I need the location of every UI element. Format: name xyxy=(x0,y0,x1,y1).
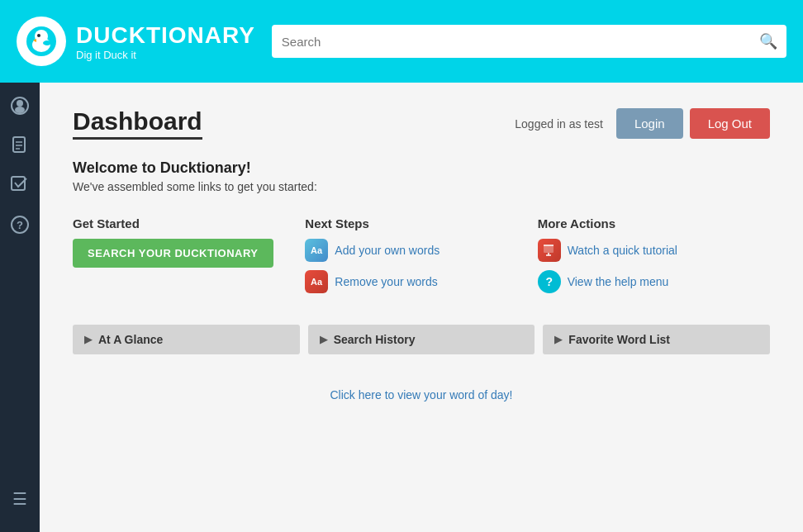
header: DUCKTIONARY Dig it Duck it 🔍 xyxy=(0,0,803,83)
svg-rect-18 xyxy=(544,245,554,253)
sidebar-item-help[interactable]: ? xyxy=(3,210,36,243)
logout-button[interactable]: Log Out xyxy=(690,108,770,139)
next-steps-col: Next Steps Aa Add your own words Aa Remo… xyxy=(305,216,537,302)
svg-rect-13 xyxy=(12,177,25,190)
word-of-day-link[interactable]: Click here to view your word of day! xyxy=(330,388,513,401)
accordion-favorite-word-list-header[interactable]: ▶ Favorite Word List xyxy=(543,325,770,354)
sidebar-item-menu[interactable]: ☰ xyxy=(3,482,36,515)
search-button[interactable]: 🔍 xyxy=(750,25,786,58)
add-words-icon: Aa xyxy=(305,239,328,262)
menu-nav-icon: ☰ xyxy=(12,489,27,509)
accordion-favorite-word-list-arrow: ▶ xyxy=(554,334,562,345)
duck-logo xyxy=(17,17,66,66)
main-layout: ? ☰ Dashboard Logged in as test Login Lo… xyxy=(0,83,803,532)
accordion-search-history-arrow: ▶ xyxy=(320,334,327,345)
page-title: Dashboard xyxy=(73,107,202,140)
svg-rect-9 xyxy=(13,137,25,152)
search-icon: 🔍 xyxy=(759,32,777,50)
svg-point-7 xyxy=(17,100,23,107)
login-status: Logged in as test xyxy=(515,117,603,131)
duck-nav-icon xyxy=(11,97,29,119)
help-menu-icon: ? xyxy=(538,270,561,293)
welcome-subtitle: We've assembled some links to get you st… xyxy=(73,180,770,193)
add-words-label: Add your own words xyxy=(335,244,440,257)
get-started-title: Get Started xyxy=(73,216,305,230)
login-button[interactable]: Login xyxy=(616,108,683,139)
logo-text: DUCKTIONARY Dig it Duck it xyxy=(76,22,255,61)
content-area: Dashboard Logged in as test Login Log Ou… xyxy=(40,83,803,532)
help-menu-link[interactable]: ? View the help menu xyxy=(538,270,770,293)
help-nav-icon: ? xyxy=(11,216,29,238)
tutorial-link[interactable]: Watch a quick tutorial xyxy=(538,239,770,262)
sidebar: ? ☰ xyxy=(0,83,40,532)
help-menu-label: View the help menu xyxy=(568,275,669,288)
svg-point-3 xyxy=(43,40,51,45)
svg-text:Aa: Aa xyxy=(311,277,323,287)
tutorial-label: Watch a quick tutorial xyxy=(568,244,677,257)
remove-words-link[interactable]: Aa Remove your words xyxy=(305,270,537,293)
sidebar-item-edit[interactable] xyxy=(3,170,36,203)
search-bar: 🔍 xyxy=(272,25,786,58)
accordion-search-history-header[interactable]: ▶ Search History xyxy=(308,325,535,354)
accordion-search-history[interactable]: ▶ Search History xyxy=(308,325,535,354)
accordion-search-history-label: Search History xyxy=(334,333,416,346)
search-input[interactable] xyxy=(272,25,786,58)
add-words-link[interactable]: Aa Add your own words xyxy=(305,239,537,262)
svg-text:?: ? xyxy=(17,219,23,231)
search-ducktionary-button[interactable]: SEARCH YOUR DUCKTIONARY xyxy=(73,239,273,268)
get-started-col: Get Started SEARCH YOUR DUCKTIONARY xyxy=(73,216,305,302)
accordion-row: ▶ At A Glance ▶ Search History ▶ Favorit… xyxy=(73,325,770,354)
accordion-favorite-word-list-label: Favorite Word List xyxy=(568,333,670,346)
accordion-favorite-word-list[interactable]: ▶ Favorite Word List xyxy=(543,325,770,354)
svg-point-4 xyxy=(37,34,40,37)
dashboard-header: Dashboard Logged in as test Login Log Ou… xyxy=(73,107,770,140)
logo-title: DUCKTIONARY xyxy=(76,22,255,49)
remove-words-icon: Aa xyxy=(305,270,328,293)
sidebar-item-duck[interactable] xyxy=(3,91,36,124)
edit-nav-icon xyxy=(11,176,29,198)
svg-point-8 xyxy=(15,107,25,113)
next-steps-title: Next Steps xyxy=(305,216,537,230)
sidebar-item-document[interactable] xyxy=(3,131,36,164)
logo-area: DUCKTIONARY Dig it Duck it xyxy=(17,17,255,66)
more-actions-title: More Actions xyxy=(538,216,770,230)
welcome-section: Welcome to Ducktionary! We've assembled … xyxy=(73,159,770,193)
accordion-at-a-glance[interactable]: ▶ At A Glance xyxy=(73,325,300,354)
actions-grid: Get Started SEARCH YOUR DUCKTIONARY Next… xyxy=(73,216,770,302)
welcome-title: Welcome to Ducktionary! xyxy=(73,159,770,177)
svg-text:Aa: Aa xyxy=(311,245,323,255)
document-nav-icon xyxy=(12,136,28,159)
footer-section: Click here to view your word of day! xyxy=(73,387,770,402)
dashboard-title-wrap: Dashboard xyxy=(73,107,515,140)
accordion-at-a-glance-label: At A Glance xyxy=(98,333,163,346)
tutorial-icon xyxy=(538,239,561,262)
accordion-at-a-glance-arrow: ▶ xyxy=(84,334,92,345)
remove-words-label: Remove your words xyxy=(335,275,438,288)
more-actions-col: More Actions Watch a quick tutorial xyxy=(538,216,770,302)
logo-subtitle: Dig it Duck it xyxy=(76,49,255,61)
accordion-at-a-glance-header[interactable]: ▶ At A Glance xyxy=(73,325,300,354)
duck-svg xyxy=(25,25,58,58)
